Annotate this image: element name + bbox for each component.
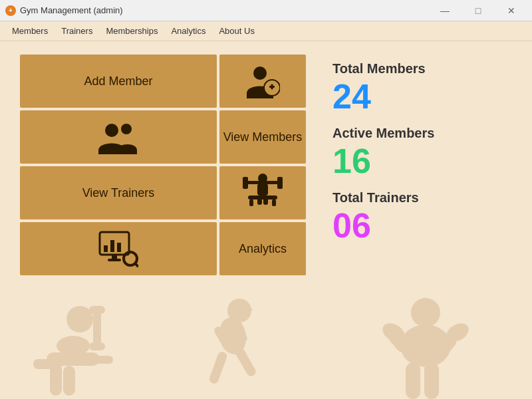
svg-rect-3 <box>271 84 273 90</box>
members-icon <box>98 120 138 154</box>
stats-section: Total Members 24 Active Members 16 Total… <box>332 55 512 386</box>
active-members-value: 16 <box>332 144 512 178</box>
main-content: Add Member <box>0 41 532 399</box>
svg-rect-15 <box>263 196 268 205</box>
add-member-icon-button[interactable] <box>219 55 306 108</box>
view-members-button[interactable]: View Members <box>219 110 306 164</box>
total-members-label: Total Members <box>332 61 512 76</box>
maximize-button[interactable]: □ <box>463 1 493 20</box>
svg-rect-14 <box>257 196 262 205</box>
active-members-stat: Active Members 16 <box>332 126 512 178</box>
total-trainers-value: 06 <box>332 208 512 243</box>
active-members-label: Active Members <box>332 126 512 141</box>
menu-trainers[interactable]: Trainers <box>55 23 99 39</box>
svg-rect-10 <box>272 200 276 206</box>
title-bar-left: + Gym Management (admin) <box>5 5 123 16</box>
menu-bar: Members Trainers Memberships Analytics A… <box>0 21 532 41</box>
close-button[interactable]: ✕ <box>496 1 527 20</box>
trainer-icon-button[interactable] <box>219 166 306 219</box>
svg-rect-17 <box>104 245 108 252</box>
title-bar-controls: — □ ✕ <box>430 1 527 20</box>
analytics-icon-button[interactable] <box>20 222 217 275</box>
svg-rect-9 <box>249 200 253 206</box>
svg-rect-12 <box>243 177 248 189</box>
total-trainers-stat: Total Trainers 06 <box>332 190 512 243</box>
svg-line-23 <box>135 263 138 267</box>
svg-rect-8 <box>248 196 277 200</box>
svg-rect-7 <box>257 184 268 196</box>
button-grid: Add Member <box>20 55 306 275</box>
menu-analytics[interactable]: Analytics <box>164 23 212 39</box>
total-members-stat: Total Members 24 <box>332 61 512 114</box>
grid-section: Add Member <box>20 55 306 386</box>
add-member-button[interactable]: Add Member <box>20 55 217 108</box>
menu-about[interactable]: About Us <box>212 23 261 39</box>
svg-point-4 <box>105 124 118 137</box>
menu-memberships[interactable]: Memberships <box>99 23 164 39</box>
svg-rect-19 <box>117 243 121 252</box>
svg-rect-21 <box>108 259 121 261</box>
svg-rect-11 <box>245 181 280 184</box>
trainer-icon <box>243 173 283 213</box>
total-members-value: 24 <box>332 79 512 114</box>
add-member-icon <box>245 64 280 98</box>
app-title: Gym Management (admin) <box>20 5 123 15</box>
svg-point-0 <box>253 66 267 80</box>
title-bar: + Gym Management (admin) — □ ✕ <box>0 0 532 21</box>
menu-members[interactable]: Members <box>5 23 55 39</box>
total-trainers-label: Total Trainers <box>332 190 512 205</box>
svg-rect-18 <box>110 240 114 252</box>
svg-rect-20 <box>112 255 117 259</box>
svg-rect-13 <box>277 177 283 189</box>
svg-point-5 <box>121 124 132 134</box>
app-icon: + <box>5 5 16 16</box>
minimize-button[interactable]: — <box>430 1 460 20</box>
members-icon-button[interactable] <box>20 110 217 164</box>
analytics-button[interactable]: Analytics <box>219 222 306 275</box>
view-trainers-button[interactable]: View Trainers <box>20 166 217 219</box>
analytics-icon <box>98 231 138 267</box>
